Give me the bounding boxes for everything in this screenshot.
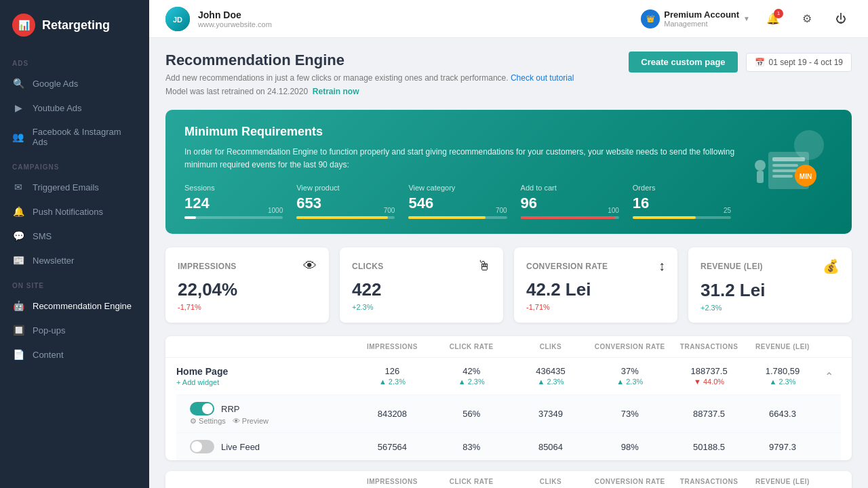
page-title: Recommendation Engine	[165, 52, 574, 69]
min-req-content: Minimum Requirements In order for Recomm…	[184, 125, 745, 219]
sub-row-0: RRP ⚙ Settings👁 Preview 843208 56% 37349…	[176, 395, 841, 433]
table-header: IMPRESSIONSCLICK RATECLIKSCONVERSION RAT…	[165, 336, 852, 358]
sidebar-item-push-notifications[interactable]: 🔔 Push Notifications	[0, 199, 149, 224]
svg-rect-11	[757, 171, 764, 183]
table-header: IMPRESSIONSCLICK RATECLIKSCONVERSION RAT…	[165, 471, 852, 488]
svg-text:JD: JD	[173, 16, 182, 24]
widget-name: RRP	[221, 404, 239, 414]
page-header: Recommendation Engine Add new recommenda…	[165, 52, 852, 98]
sidebar-label-push-notifications: Push Notifications	[33, 207, 103, 217]
req-metric-sessions: Sessions 124 1000	[184, 184, 296, 219]
table-container: IMPRESSIONSCLICK RATECLIKSCONVERSION RAT…	[165, 336, 852, 488]
min-req-title: Minimum Requirements	[184, 125, 745, 139]
logo-area: 📊 Retargeting	[0, 0, 149, 50]
topbar-user: JD John Doe www.yourwebsite.com	[165, 7, 272, 31]
triggered-emails-icon: ✉	[12, 182, 24, 192]
settings-link[interactable]: ⚙ Settings	[190, 417, 226, 426]
page-description: Add new recommendations in just a few cl…	[165, 72, 574, 84]
sidebar-item-triggered-emails[interactable]: ✉ Triggered Emails	[0, 175, 149, 199]
topbar-user-info: John Doe www.yourwebsite.com	[198, 9, 272, 28]
notifications-button[interactable]: 🔔 1	[762, 8, 784, 30]
impressions-icon: 👁	[303, 258, 317, 274]
sidebar-item-newsletter[interactable]: 📰 Newsletter	[0, 248, 149, 272]
date-range-text: 01 sept 19 - 4 oct 19	[769, 58, 843, 67]
stats-row: Impressions 👁 22,04% -1,71% Clicks 🖱 422…	[165, 247, 852, 323]
sidebar-item-content[interactable]: 📄 Content	[0, 342, 149, 367]
preview-link[interactable]: 👁 Preview	[233, 417, 269, 426]
stat-card-impressions: Impressions 👁 22,04% -1,71%	[165, 247, 329, 323]
facebook-ads-icon: 👥	[12, 131, 24, 142]
add-widget-button[interactable]: + Add widget	[176, 378, 353, 386]
stat-card-revenue-(lei): Revenue (LEI) 💰 31.2 Lei +2.3%	[688, 247, 852, 323]
req-metric-view-category: View category 546 700	[408, 184, 520, 219]
sidebar-section-ads: ADS	[0, 50, 149, 71]
power-button[interactable]: ⏻	[830, 8, 852, 30]
min-requirements-card: Minimum Requirements In order for Recomm…	[165, 110, 852, 234]
table-section-1: IMPRESSIONSCLICK RATECLIKSCONVERSION RAT…	[165, 471, 852, 488]
svg-rect-4	[772, 157, 805, 161]
google-ads-icon: 🔍	[12, 78, 24, 89]
premium-label: Premium Account Management	[664, 9, 739, 28]
date-range-picker[interactable]: 📅 01 sept 19 - 4 oct 19	[746, 53, 852, 72]
settings-button[interactable]: ⚙	[796, 8, 818, 30]
expand-row-button[interactable]: ⌃	[825, 370, 833, 383]
sidebar-item-recommendation-engine[interactable]: 🤖 Recommendation Engine	[0, 293, 149, 318]
newsletter-icon: 📰	[12, 255, 24, 266]
sidebar-label-google-ads: Google Ads	[33, 79, 78, 89]
sidebar-label-newsletter: Newsletter	[33, 256, 74, 266]
logo-icon: 📊	[12, 14, 35, 37]
sidebar-item-sms[interactable]: 💬 SMS	[0, 224, 149, 248]
chevron-down-icon: ▼	[743, 15, 750, 22]
clicks-icon: 🖱	[477, 258, 491, 274]
min-req-description: In order for Recommendation Engine to fu…	[184, 146, 741, 171]
sidebar-label-youtube-ads: Youtube Ads	[33, 103, 82, 113]
content-icon: 📄	[12, 349, 24, 360]
svg-text:MIN: MIN	[800, 173, 812, 180]
topbar-username: John Doe	[198, 9, 272, 20]
stat-card-clicks: Clicks 🖱 422 +2.3%	[340, 247, 503, 323]
sidebar-label-popups: Pop-ups	[33, 325, 65, 336]
revenue-(lei)-icon: 💰	[823, 258, 840, 274]
widget-name: Live Feed	[221, 442, 260, 452]
tutorial-link[interactable]: Check out tutorial	[511, 73, 574, 83]
sidebar-label-recommendation-engine: Recommendation Engine	[33, 301, 132, 311]
svg-point-10	[755, 160, 766, 171]
recommendation-icon: 🤖	[12, 300, 24, 311]
premium-account[interactable]: 👑 Premium Account Management ▼	[641, 9, 750, 28]
sidebar: 📊 Retargeting ADS 🔍 Google Ads ▶ Youtube…	[0, 0, 149, 488]
premium-icon: 👑	[641, 9, 660, 28]
calendar-icon: 📅	[755, 58, 765, 67]
retrain-info: Model was last retrained on 24.12.2020 R…	[165, 85, 574, 98]
notification-badge: 1	[774, 9, 783, 18]
retrain-link[interactable]: Retrain now	[313, 87, 359, 96]
table-main-row: Home Page + Add widget 126▲ 2.3% 42%▲ 2.…	[176, 358, 841, 395]
svg-rect-5	[772, 164, 798, 167]
sidebar-label-content: Content	[33, 350, 64, 360]
widget-toggle[interactable]	[190, 440, 214, 453]
req-metric-add-to-cart: Add to cart 96 100	[521, 184, 633, 219]
min-req-illustration: MIN	[745, 125, 833, 201]
sidebar-item-facebook-ads[interactable]: 👥 Facebook & Instagram Ads	[0, 120, 149, 154]
sidebar-item-popups[interactable]: 🔲 Pop-ups	[0, 318, 149, 342]
table-section-0: IMPRESSIONSCLICK RATECLIKSCONVERSION RAT…	[165, 336, 852, 460]
req-metric-view-product: View product 653 700	[296, 184, 408, 219]
sub-row-1: Live Feed 567564 83% 85064 98% 50188.5 9…	[176, 433, 841, 460]
topbar: JD John Doe www.yourwebsite.com 👑 Premiu…	[149, 0, 868, 38]
page-header-left: Recommendation Engine Add new recommenda…	[165, 52, 574, 98]
sms-icon: 💬	[12, 230, 24, 241]
svg-rect-7	[772, 175, 793, 178]
youtube-ads-icon: ▶	[12, 102, 24, 113]
popups-icon: 🔲	[12, 325, 24, 336]
req-metrics: Sessions 124 1000 View product 653 700 V…	[184, 184, 745, 219]
main-area: JD John Doe www.yourwebsite.com 👑 Premiu…	[149, 0, 868, 488]
sidebar-item-youtube-ads[interactable]: ▶ Youtube Ads	[0, 96, 149, 120]
sidebar-label-sms: SMS	[33, 231, 52, 241]
push-notifications-icon: 🔔	[12, 206, 24, 217]
widget-toggle[interactable]	[190, 402, 214, 415]
create-custom-page-button[interactable]: Create custom page	[629, 52, 737, 73]
logo-text: Retargeting	[42, 18, 110, 33]
req-metric-orders: Orders 16 25	[633, 184, 745, 219]
sidebar-item-google-ads[interactable]: 🔍 Google Ads	[0, 71, 149, 96]
sidebar-label-facebook-ads: Facebook & Instagram Ads	[33, 127, 137, 147]
stat-card-conversion-rate: Conversion Rate ↕ 42.2 Lei -1,71%	[514, 247, 677, 323]
